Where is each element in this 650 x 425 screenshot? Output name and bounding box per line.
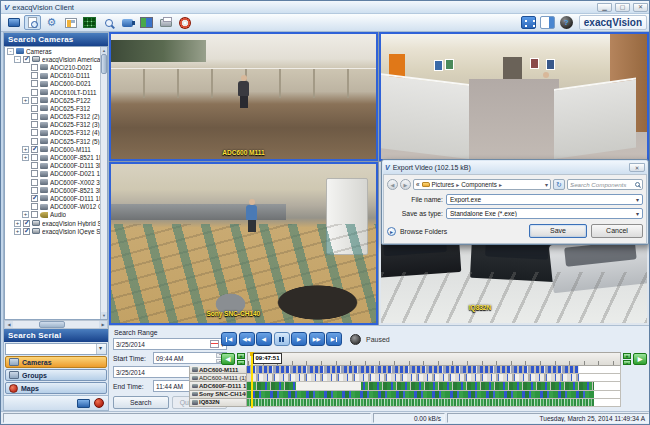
timeline-jump-back-button[interactable]: ◀: [221, 353, 235, 365]
camera-checkbox[interactable]: [23, 56, 30, 63]
live-view-icon[interactable]: [5, 15, 22, 30]
side-panel-icon[interactable]: [539, 15, 556, 30]
camera-checkbox[interactable]: [31, 89, 38, 96]
tree-item[interactable]: Cameras: [5, 47, 107, 55]
tree-item[interactable]: ADC600F-D111 1MP Indoor D: [5, 194, 107, 202]
scroll-down-icon[interactable]: ▼: [101, 312, 107, 319]
skip-start-button[interactable]: ◀: [221, 332, 237, 346]
tree-item[interactable]: ADC600F-D021 1MP Outdoor: [5, 170, 107, 178]
camera-checkbox[interactable]: [23, 220, 30, 227]
tree-vertical-scrollbar[interactable]: ▲ ▼: [100, 47, 107, 319]
browse-folders-expander-icon[interactable]: ▸: [387, 227, 396, 236]
tree-horizontal-scrollbar[interactable]: ◀ ▶: [4, 320, 108, 329]
timeline-row[interactable]: ADC600-M111: [189, 366, 621, 374]
record-icon[interactable]: [350, 334, 361, 345]
expander-icon[interactable]: [22, 211, 29, 218]
export-disc-icon[interactable]: [176, 15, 193, 30]
save-type-select[interactable]: Standalone Exe (*.exe): [446, 208, 643, 219]
camera-checkbox[interactable]: [31, 64, 38, 71]
camera-checkbox[interactable]: [31, 80, 38, 87]
timeline-zoom-in-button[interactable]: +: [623, 353, 631, 359]
camera-checkbox[interactable]: [31, 121, 38, 128]
video-panels-icon[interactable]: [138, 15, 155, 30]
camera-checkbox[interactable]: [31, 138, 38, 145]
minimize-button[interactable]: ▁: [597, 3, 612, 12]
back-icon[interactable]: ◀: [387, 179, 398, 190]
sidebar-item-maps[interactable]: Maps: [5, 382, 107, 394]
scroll-left-icon[interactable]: ◀: [5, 321, 13, 328]
tree-item[interactable]: exacqVision American Dynamics: [5, 55, 107, 63]
expander-icon[interactable]: [14, 228, 21, 235]
start-date-field[interactable]: 3/25/2014: [113, 338, 227, 350]
tree-item[interactable]: ADC600F-X002 3MP Box: [5, 178, 107, 186]
expander-icon[interactable]: [22, 154, 29, 161]
timeline-zoom-out-button[interactable]: -: [237, 360, 245, 366]
timeline-track[interactable]: [247, 399, 621, 407]
tree-item[interactable]: exacqVision IQeye Server: [5, 227, 107, 235]
timeline-track[interactable]: [247, 391, 621, 399]
camera-checkbox[interactable]: [31, 162, 38, 169]
camera-checkbox[interactable]: [31, 129, 38, 136]
skip-end-button[interactable]: ▶: [326, 332, 342, 346]
ptz-camera-icon[interactable]: [119, 15, 136, 30]
scroll-thumb[interactable]: [39, 321, 65, 328]
tree-item[interactable]: ADC625-F312: [5, 104, 107, 112]
timeline-ruler[interactable]: [247, 352, 621, 366]
camera-checkbox[interactable]: [31, 179, 38, 186]
camera-checkbox[interactable]: [31, 203, 38, 210]
digital-zoom-icon[interactable]: [100, 15, 117, 30]
file-name-input[interactable]: Export.exe: [446, 194, 643, 205]
tree-item[interactable]: ADC600F-8521 3MP Bullet: [5, 186, 107, 194]
timeline-row[interactable]: IQ832N: [189, 399, 621, 407]
sidebar-item-groups[interactable]: Groups: [5, 369, 107, 381]
layout-icon[interactable]: [62, 15, 79, 30]
serial-search-combo[interactable]: [5, 343, 107, 355]
expander-icon[interactable]: [22, 146, 29, 153]
chevron-down-icon[interactable]: [545, 181, 548, 188]
play-reverse-button[interactable]: ◀: [256, 332, 272, 346]
chevron-down-icon[interactable]: [636, 196, 639, 203]
scroll-thumb[interactable]: [101, 54, 107, 74]
camera-tile-hallway[interactable]: [379, 32, 649, 161]
search-input[interactable]: Search Components: [567, 179, 643, 190]
calendar-icon[interactable]: [210, 340, 219, 348]
expander-icon[interactable]: [7, 48, 14, 55]
record-camera-icon[interactable]: [94, 398, 104, 408]
cancel-button[interactable]: Cancel: [591, 224, 643, 238]
tree-item[interactable]: ADC625-F312 (2): [5, 113, 107, 121]
expander-icon[interactable]: [22, 97, 29, 104]
camera-checkbox[interactable]: [23, 228, 30, 235]
camera-checkbox[interactable]: [31, 170, 38, 177]
tree-item[interactable]: ADC625-F312 (5): [5, 137, 107, 145]
live-mode-icon[interactable]: [77, 399, 90, 408]
camera-checkbox[interactable]: [31, 154, 38, 161]
chevron-down-icon[interactable]: [96, 344, 106, 354]
timeline-jump-forward-button[interactable]: ▶: [633, 353, 647, 365]
sidebar-item-cameras[interactable]: Cameras: [5, 356, 107, 368]
maximize-button[interactable]: ▢: [615, 3, 630, 12]
tree-item[interactable]: ADC610-D111: [5, 72, 107, 80]
camera-checkbox[interactable]: [31, 105, 38, 112]
scroll-up-icon[interactable]: ▲: [101, 47, 107, 54]
timeline-zoom-out-button[interactable]: -: [623, 360, 631, 366]
camera-grid-icon[interactable]: [81, 15, 98, 30]
tree-item[interactable]: ADCi210-D021: [5, 63, 107, 71]
breadcrumb-pictures[interactable]: Pictures: [432, 181, 455, 188]
save-button[interactable]: Save: [529, 224, 587, 238]
expander-icon[interactable]: [14, 220, 21, 227]
camera-search-icon[interactable]: [24, 15, 41, 30]
timeline-track[interactable]: [247, 366, 621, 374]
fast-forward-button[interactable]: ▶▶: [309, 332, 325, 346]
camera-checkbox[interactable]: [31, 97, 38, 104]
play-button[interactable]: ▶: [291, 332, 307, 346]
tree-item[interactable]: ADC600F-D111 3MP Indoor D: [5, 162, 107, 170]
camera-checkbox[interactable]: [31, 195, 38, 202]
tree-item[interactable]: exacqVision Hybrid Server: [5, 219, 107, 227]
close-button[interactable]: ✕: [633, 3, 648, 12]
help-icon[interactable]: ?: [558, 15, 575, 30]
tree-item[interactable]: ADC625-P122: [5, 96, 107, 104]
refresh-icon[interactable]: ↻: [553, 179, 565, 190]
scroll-right-icon[interactable]: ▶: [99, 321, 107, 328]
chevron-down-icon[interactable]: [636, 210, 639, 217]
camera-tile-breakroom[interactable]: Sony SNC-CH140: [109, 162, 378, 325]
